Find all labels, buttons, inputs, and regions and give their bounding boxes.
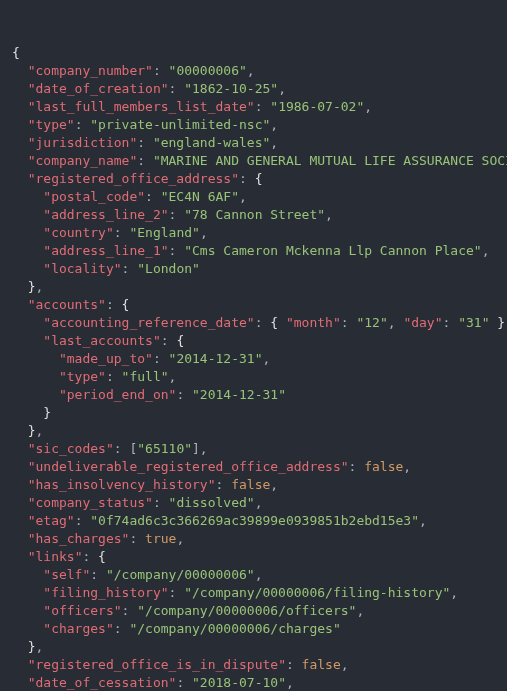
key: "accounting_reference_date" [43,315,254,330]
string-value: "0f74ad6c3c366269ac39899e0939851b2ebd15e… [90,513,419,528]
string-value: "private-unlimited-nsc" [90,117,270,132]
boolean-value: false [364,459,403,474]
key: "registered_office_address" [28,171,239,186]
key: "company_number" [28,63,153,78]
key: "type" [59,369,106,384]
key: "date_of_cessation" [28,675,177,690]
key: "filing_history" [43,585,168,600]
brace-open: { [12,45,20,60]
key: "charges" [43,621,113,636]
string-value: "/company/00000006/filing-history" [184,585,450,600]
string-value: "Cms Cameron Mckenna Llp Cannon Place" [184,243,481,258]
key: "period_end_on" [59,387,176,402]
string-value: "65110" [137,441,192,456]
key: "etag" [28,513,75,528]
key: "date_of_creation" [28,81,169,96]
string-value: "England" [129,225,199,240]
key: "company_status" [28,495,153,510]
string-value: "EC4N 6AF" [161,189,239,204]
string-value: "2014-12-31" [169,351,263,366]
string-value: "1862-10-25" [184,81,278,96]
string-value: "MARINE AND GENERAL MUTUAL LIFE ASSURANC… [153,153,507,168]
key: "self" [43,567,90,582]
key: "country" [43,225,113,240]
string-value: "full" [122,369,169,384]
string-value: "2018-07-10" [192,675,286,690]
string-value: "/company/00000006" [106,567,255,582]
string-value: "/company/00000006/officers" [137,603,356,618]
string-value: "London" [137,261,200,276]
boolean-value: false [302,657,341,672]
string-value: "dissolved" [169,495,255,510]
string-value: "78 Cannon Street" [184,207,325,222]
key: "last_accounts" [43,333,160,348]
boolean-value: false [231,477,270,492]
key: "jurisdiction" [28,135,138,150]
key: "officers" [43,603,121,618]
key: "type" [28,117,75,132]
key: "made_up_to" [59,351,153,366]
string-value: "2014-12-31" [192,387,286,402]
key: "sic_codes" [28,441,114,456]
key: "address_line_2" [43,207,168,222]
string-value: "1986-07-02" [270,99,364,114]
string-value: "00000006" [169,63,247,78]
json-viewer: { "company_number": "00000006", "date_of… [12,44,495,691]
key: "links" [28,549,83,564]
key: "registered_office_is_in_dispute" [28,657,286,672]
boolean-value: true [145,531,176,546]
key: "address_line_1" [43,243,168,258]
key: "company_name" [28,153,138,168]
key: "locality" [43,261,121,276]
string-value: "/company/00000006/charges" [129,621,340,636]
key: "has_charges" [28,531,130,546]
key: "last_full_members_list_date" [28,99,255,114]
key: "accounts" [28,297,106,312]
string-value: "england-wales" [153,135,270,150]
key: "has_insolvency_history" [28,477,216,492]
key: "postal_code" [43,189,145,204]
key: "undeliverable_registered_office_address… [28,459,349,474]
